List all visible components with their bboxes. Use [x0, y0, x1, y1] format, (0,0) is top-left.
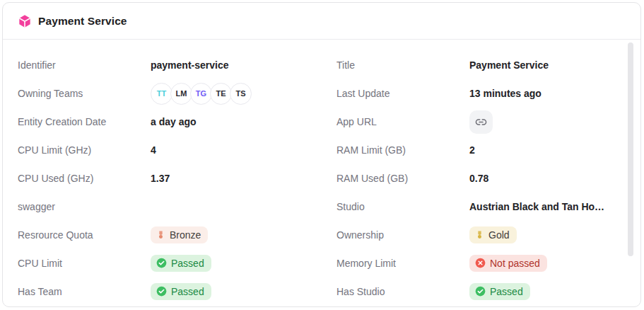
field-row: CPU Limit Passed	[18, 249, 336, 277]
field-row: CPU Used (GHz) 1.37	[18, 164, 336, 193]
field-row: Identifier payment-service	[18, 51, 336, 79]
field-value: Passed	[469, 283, 530, 301]
field-value: a day ago	[151, 116, 197, 127]
status-badge: Passed	[469, 283, 530, 301]
field-row: Has Studio Passed	[336, 277, 626, 306]
field-value: 4	[151, 144, 156, 156]
badge-label: Passed	[171, 258, 204, 270]
tier-badge: Gold	[469, 226, 517, 244]
team-avatar[interactable]: TS	[230, 83, 252, 105]
field-label: Last Update	[336, 88, 469, 99]
field-row: RAM Limit (GB) 2	[336, 136, 626, 164]
status-badge: Not passed	[469, 255, 547, 272]
field-label: App URL	[336, 116, 469, 127]
field-label: Has Team	[18, 286, 151, 297]
field-value: 2	[469, 144, 475, 156]
field-value: Austrian Black and Tan Ho…	[469, 201, 604, 212]
badge-label: Gold	[488, 229, 510, 241]
field-value: 1.37	[151, 173, 170, 184]
vertical-scrollbar[interactable]	[628, 42, 633, 256]
team-avatar[interactable]: TE	[210, 83, 232, 105]
field-row: swagger	[18, 193, 336, 221]
field-label: Ownership	[336, 229, 469, 241]
badge-label: Passed	[490, 286, 523, 298]
x-circle-icon	[475, 258, 486, 268]
field-label: CPU Used (GHz)	[18, 173, 151, 184]
field-row: Has Team Passed	[18, 277, 336, 306]
field-label: Identifier	[18, 59, 151, 71]
field-row: RAM Used (GB) 0.78	[336, 164, 626, 193]
field-label: CPU Limit (GHz)	[18, 144, 151, 156]
field-label: swagger	[18, 201, 151, 212]
badge-label: Not passed	[490, 258, 540, 270]
team-avatar[interactable]: LM	[170, 83, 192, 105]
field-label: Entity Creation Date	[18, 116, 151, 127]
field-label: Memory Limit	[336, 258, 469, 269]
field-row: Resrource Quota Bronze	[18, 221, 336, 249]
field-value: payment-service	[151, 59, 229, 71]
field-row: Owning Teams TTLMTGTETS	[18, 79, 336, 108]
details-column-right: Title Payment Service Last Update 13 min…	[336, 51, 626, 306]
check-circle-icon	[475, 286, 486, 297]
package-cube-icon	[18, 14, 32, 28]
tier-badge: Bronze	[151, 226, 208, 244]
field-row: CPU Limit (GHz) 4	[18, 136, 336, 164]
field-label: CPU Limit	[18, 258, 151, 269]
field-row: Memory Limit Not passed	[336, 249, 626, 277]
field-row: App URL	[336, 108, 626, 136]
field-value: 13 minutes ago	[469, 88, 541, 99]
field-value: Passed	[151, 283, 211, 301]
team-avatar[interactable]: TT	[151, 83, 172, 105]
field-label: Resrource Quota	[18, 229, 151, 241]
field-label: Studio	[336, 201, 469, 212]
field-value: Passed	[151, 255, 211, 272]
payment-service-card: Payment Service Identifier payment-servi…	[2, 2, 641, 307]
field-value	[469, 110, 493, 134]
field-row: Last Update 13 minutes ago	[336, 79, 626, 108]
status-badge: Passed	[151, 255, 211, 272]
field-value: Bronze	[151, 226, 208, 244]
field-value: Payment Service	[469, 59, 549, 71]
field-label: Owning Teams	[18, 88, 151, 99]
field-row: Title Payment Service	[336, 51, 626, 79]
team-avatar[interactable]: TG	[190, 83, 212, 105]
badge-label: Bronze	[170, 229, 201, 241]
field-label: RAM Limit (GB)	[336, 144, 469, 156]
medal-icon	[475, 230, 484, 240]
page-title: Payment Service	[38, 15, 127, 28]
field-row: Ownership Gold	[336, 221, 626, 249]
status-badge: Passed	[151, 283, 211, 301]
check-circle-icon	[156, 258, 167, 268]
field-value: 0.78	[469, 173, 488, 184]
details-column-left: Identifier payment-service Owning Teams …	[18, 51, 336, 306]
field-value: Not passed	[469, 255, 547, 272]
field-label: Title	[336, 59, 469, 71]
badge-label: Passed	[171, 286, 204, 298]
medal-icon	[156, 230, 165, 240]
card-header: Payment Service	[3, 3, 640, 40]
details-grid: Identifier payment-service Owning Teams …	[3, 40, 640, 306]
link-icon[interactable]	[469, 110, 493, 134]
field-value: Gold	[469, 226, 517, 244]
field-value: TTLMTGTETS	[151, 83, 252, 105]
field-label: RAM Used (GB)	[336, 173, 469, 184]
check-circle-icon	[156, 286, 167, 297]
field-label: Has Studio	[336, 286, 469, 297]
field-row: Studio Austrian Black and Tan Ho…	[336, 193, 626, 221]
field-row: Entity Creation Date a day ago	[18, 108, 336, 136]
